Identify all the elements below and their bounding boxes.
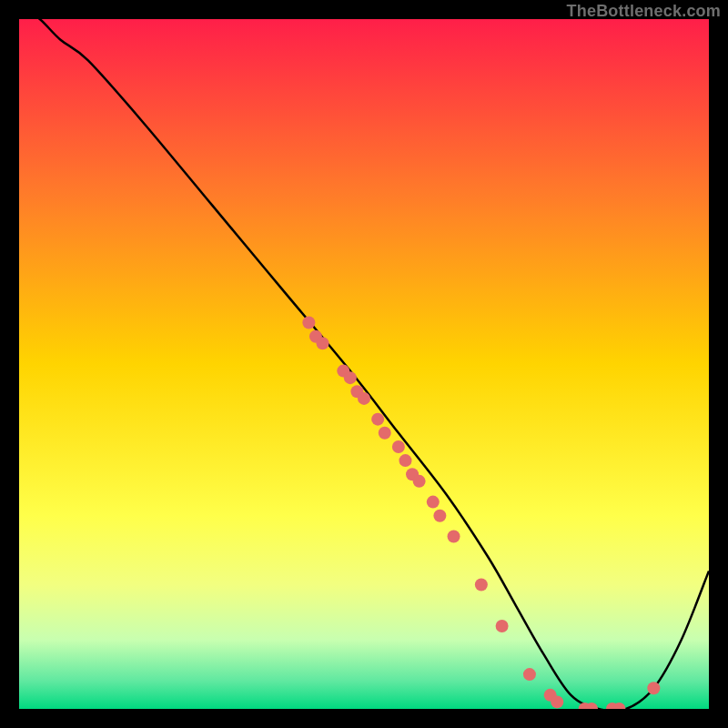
data-marker [496, 620, 509, 632]
data-marker [612, 703, 625, 715]
bottleneck-chart [0, 0, 728, 728]
data-marker [427, 496, 440, 509]
data-marker [647, 682, 660, 694]
data-marker [392, 440, 405, 453]
data-marker [551, 695, 563, 708]
chart-container: TheBottleneck.com [0, 0, 728, 728]
data-marker [379, 427, 391, 440]
data-marker [302, 317, 315, 329]
data-marker [317, 337, 329, 349]
data-marker [475, 579, 488, 592]
data-marker [413, 475, 426, 488]
data-marker [344, 371, 357, 384]
data-marker [358, 392, 370, 405]
data-marker [448, 531, 460, 543]
data-marker [371, 413, 384, 426]
data-marker [399, 454, 411, 467]
watermark-text: TheBottleneck.com [567, 2, 721, 21]
data-marker [433, 510, 446, 522]
data-marker [585, 703, 598, 715]
chart-background-gradient [19, 19, 709, 709]
data-marker [523, 668, 536, 681]
